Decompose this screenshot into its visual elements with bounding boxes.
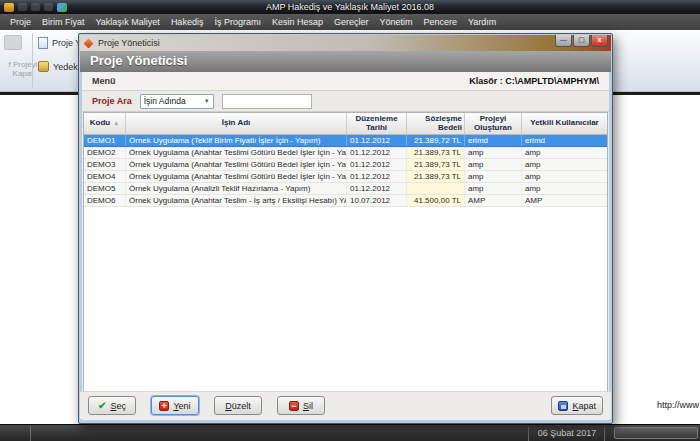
project-search-input[interactable]: [222, 94, 312, 109]
select-button[interactable]: ✔ Seç: [88, 396, 136, 415]
dialog-menu-row: Menü Klasör : C:\AMPLTD\AMPHYM\: [82, 72, 609, 91]
minimize-button[interactable]: —: [555, 35, 572, 47]
main-titlebar: AMP Hakediş ve Yaklaşık Maliyet 2016.08: [0, 0, 700, 14]
statusbar-separator: [528, 426, 529, 441]
table-row[interactable]: DEMO2 Örnek Uygulama (Anahtar Teslimi Gö…: [84, 147, 607, 159]
minus-icon: −: [289, 401, 299, 411]
check-icon: ✔: [98, 401, 106, 411]
column-header-sozlesme-bedeli[interactable]: Sözleşme Bedeli: [407, 113, 465, 134]
exit-icon: [558, 401, 568, 411]
chevron-down-icon: ▼: [204, 98, 210, 104]
projects-table: Kodu ▲ İşin Adı Düzenleme Tarihi Sözleşm…: [83, 112, 608, 397]
delete-button[interactable]: − Sil: [277, 396, 325, 415]
table-row[interactable]: DEMO1 Örnek Uygulama (Teklif Birim Fiyat…: [84, 135, 607, 147]
table-row[interactable]: DEMO4 Örnek Uygulama (Anahtar Teslimi Gö…: [84, 171, 607, 183]
search-filter-dropdown[interactable]: İşin Adında ▼: [140, 94, 214, 109]
ribbon-divider: [32, 33, 33, 88]
menu-item-birim-fiyat[interactable]: Birim Fiyat: [42, 17, 85, 27]
dialog-titlebar[interactable]: Proje Yöneticisi — ▢ x: [80, 35, 611, 51]
statusbar: 06 Şubat 2017: [0, 424, 700, 441]
menu-item-hakedis[interactable]: Hakediş: [171, 17, 204, 27]
menu-item-is-programi[interactable]: İş Programı: [214, 17, 261, 27]
project-manager-dialog: Proje Yöneticisi — ▢ x Proje Yöneticisi …: [78, 33, 613, 424]
table-row[interactable]: DEMO3 Örnek Uygulama (Anahtar Teslimi Gö…: [84, 159, 607, 171]
maximize-button[interactable]: ▢: [573, 35, 590, 47]
statusbar-date: 06 Şubat 2017: [532, 428, 602, 438]
menu-item-yaklasik-maliyet[interactable]: Yaklaşık Maliyet: [96, 17, 160, 27]
table-empty-area: [84, 207, 607, 396]
statusbar-separator: [30, 426, 31, 441]
table-header-row: Kodu ▲ İşin Adı Düzenleme Tarihi Sözleşm…: [84, 113, 607, 135]
statusbar-grip: [614, 427, 698, 439]
column-header-kodu[interactable]: Kodu ▲: [84, 113, 126, 134]
close-project-icon: [4, 35, 22, 50]
menu-strip-label[interactable]: Menü: [92, 76, 116, 86]
dialog-app-icon: [84, 38, 94, 48]
website-link[interactable]: http://www: [657, 400, 699, 410]
menu-item-gerecler[interactable]: Gereçler: [334, 17, 369, 27]
close-dialog-button[interactable]: Kapat: [551, 396, 603, 415]
column-header-projeyi-olusturan[interactable]: Projeyi Oluşturan: [465, 113, 522, 134]
edit-button[interactable]: Düzelt: [214, 396, 262, 415]
statusbar-separator: [604, 426, 605, 441]
close-button[interactable]: x: [591, 35, 608, 47]
project-search-label: Proje Ara: [92, 96, 132, 106]
plus-icon: +: [159, 401, 169, 411]
desktop-screen: AMP Hakediş ve Yaklaşık Maliyet 2016.08 …: [0, 0, 700, 441]
dialog-header-title: Proje Yöneticisi: [80, 51, 611, 72]
main-menubar: Proje Birim Fiyat Yaklaşık Maliyet Haked…: [0, 14, 700, 30]
backup-icon: [38, 61, 49, 72]
menu-item-pencere[interactable]: Pencere: [423, 17, 457, 27]
table-row[interactable]: DEMO5 Örnek Uygulama (Analizli Teklif Ha…: [84, 183, 607, 195]
new-button[interactable]: + Yeni: [151, 396, 199, 415]
folder-path-label: Klasör : C:\AMPLTD\AMPHYM\: [469, 76, 599, 86]
menu-item-proje[interactable]: Proje: [10, 17, 31, 27]
column-header-isin-adi[interactable]: İşin Adı: [126, 113, 347, 134]
main-window-title: AMP Hakediş ve Yaklaşık Maliyet 2016.08: [0, 2, 700, 12]
dialog-button-bar: ✔ Seç + Yeni Düzelt − Sil Kapat: [80, 391, 611, 419]
menu-item-yonetim[interactable]: Yönetim: [379, 17, 412, 27]
document-icon: [38, 37, 48, 49]
column-header-yetkili-kullanicilar[interactable]: Yetkili Kullanıcılar: [522, 113, 607, 134]
menu-item-kesin-hesap[interactable]: Kesin Hesap: [272, 17, 323, 27]
project-search-row: Proje Ara İşin Adında ▼: [82, 91, 609, 112]
dialog-title: Proje Yöneticisi: [98, 38, 160, 48]
table-row[interactable]: DEMO6 Örnek Uygulama (Anahtar Teslim - İ…: [84, 195, 607, 207]
menu-item-yardim[interactable]: Yardım: [468, 17, 496, 27]
column-header-duzenleme-tarihi[interactable]: Düzenleme Tarihi: [347, 113, 407, 134]
sort-ascending-icon: ▲: [113, 120, 119, 126]
